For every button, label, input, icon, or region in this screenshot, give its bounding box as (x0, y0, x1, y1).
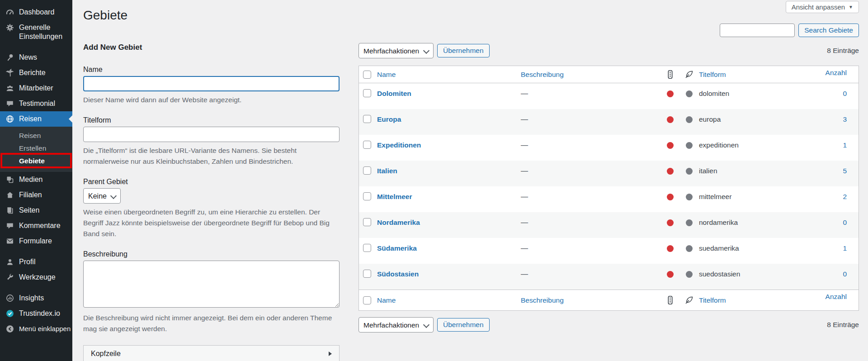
row-checkbox[interactable] (363, 244, 371, 252)
row-checkbox[interactable] (363, 192, 371, 200)
gebiet-description: — (521, 90, 661, 98)
admin-sidebar: Dashboard Generelle Einstellungen News B… (0, 0, 72, 361)
sidebar-item-filialen[interactable]: Filialen (0, 187, 72, 203)
row-checkbox[interactable] (363, 270, 371, 278)
gebiet-count-link[interactable]: 5 (843, 167, 859, 175)
status-dot-red (667, 142, 674, 149)
column-header-name[interactable]: Name (377, 71, 521, 79)
search-button[interactable]: Search Gebiete (798, 24, 859, 37)
column-footer-name[interactable]: Name (377, 296, 521, 304)
gebiet-name-link[interactable]: Dolomiten (377, 90, 521, 98)
sidebar-item-werkzeuge[interactable]: Werkzeuge (0, 270, 72, 285)
name-label: Name (83, 66, 340, 74)
gebiet-slug: europa (699, 115, 813, 124)
select-all-checkbox[interactable] (363, 71, 371, 79)
table-row: Europa — europa 3 (359, 109, 859, 135)
sidebar-item-testimonial[interactable]: Testimonial (0, 96, 72, 111)
sidebar-item-formulare[interactable]: Formulare (0, 233, 72, 249)
gebiet-count-link[interactable]: 3 (843, 115, 859, 124)
feather-icon (684, 70, 693, 79)
items-count: 8 Einträge (827, 321, 859, 329)
screen-options-button[interactable]: Ansicht anpassen ▼ (786, 1, 859, 13)
gebiet-name-link[interactable]: Südostasien (377, 270, 521, 278)
apply-button[interactable]: Übernehmen (437, 44, 490, 57)
slug-field[interactable] (83, 127, 340, 142)
sidebar-item-trustindex[interactable]: Trustindex.io (0, 306, 72, 321)
row-checkbox[interactable] (363, 166, 371, 175)
gebiet-slug: nordamerika (699, 218, 813, 227)
column-footer-anzahl[interactable]: Anzahl (826, 290, 859, 301)
table-footer-row: Name Beschreibung Titelform Anzahl (359, 290, 859, 310)
add-new-gebiet-form: Add New Gebiet Name Dieser Name wird dan… (83, 43, 340, 361)
row-checkbox[interactable] (363, 89, 371, 97)
gebiet-name-link[interactable]: Mittelmeer (377, 193, 521, 201)
gebiet-count-link[interactable]: 0 (843, 270, 859, 278)
row-checkbox[interactable] (363, 141, 371, 149)
collapse-menu-button[interactable]: Menü einklappen (0, 321, 72, 337)
column-header-titelform[interactable]: Titelform (699, 71, 813, 79)
gebiet-name-link[interactable]: Italien (377, 167, 521, 175)
description-field[interactable] (83, 261, 340, 308)
comment-bubble-icon (5, 222, 14, 230)
table-row: Expeditionen — expeditionen 1 (359, 135, 859, 161)
sidebar-item-medien[interactable]: Medien (0, 172, 72, 187)
column-footer-titelform[interactable]: Titelform (699, 296, 813, 304)
column-header-anzahl[interactable]: Anzahl (826, 66, 859, 77)
table-row: Italien — italien 5 (359, 161, 859, 186)
sidebar-item-label: Medien (19, 175, 42, 184)
select-all-checkbox[interactable] (363, 296, 371, 304)
gebiet-name-link[interactable]: Südamerika (377, 244, 521, 252)
parent-help: Weise einen übergeordneten Begriff zu, u… (83, 207, 340, 239)
sidebar-item-profil[interactable]: Profil (0, 254, 72, 270)
gebiet-description: — (521, 115, 661, 124)
gebiet-name-link[interactable]: Europa (377, 115, 521, 124)
gebiet-count-link[interactable]: 0 (843, 218, 859, 227)
sidebar-item-label: Testimonial (19, 99, 55, 108)
name-help: Dieser Name wird dann auf der Website an… (83, 95, 340, 105)
gebiet-count-link[interactable]: 2 (843, 193, 859, 201)
globe-icon (5, 115, 14, 123)
parent-select[interactable]: Keine (83, 188, 121, 204)
house-icon (5, 191, 14, 199)
chevron-down-icon: ▼ (849, 5, 853, 10)
row-checkbox[interactable] (363, 115, 371, 123)
submenu-item-gebiete[interactable]: Gebiete (0, 155, 72, 167)
form-heading: Add New Gebiet (83, 43, 340, 52)
table-row: Südamerika — suedamerika 1 (359, 238, 859, 264)
gebiet-name-link[interactable]: Nordamerika (377, 218, 521, 227)
sidebar-item-insights[interactable]: Insights (0, 290, 72, 306)
sidebar-item-news[interactable]: News (0, 50, 72, 65)
sidebar-item-dashboard[interactable]: Dashboard (0, 5, 72, 20)
sidebar-item-generelle-einstellungen[interactable]: Generelle Einstellungen (0, 20, 72, 44)
name-field[interactable] (83, 76, 340, 91)
gebiet-description: — (521, 167, 661, 175)
status-dot-red (667, 168, 674, 175)
gebiet-slug: expeditionen (699, 141, 813, 149)
sidebar-item-label: Filialen (19, 190, 42, 200)
table-row: Nordamerika — nordamerika 0 (359, 212, 859, 238)
sidebar-item-seiten[interactable]: Seiten (0, 203, 72, 218)
gebiet-count-link[interactable]: 0 (843, 90, 859, 98)
sidebar-item-berichte[interactable]: Berichte (0, 65, 72, 81)
apply-button[interactable]: Übernehmen (437, 318, 490, 332)
sidebar-item-reisen[interactable]: Reisen (0, 111, 72, 127)
gebiet-slug: suedostasien (699, 270, 813, 278)
table-row: Südostasien — suedostasien 0 (359, 264, 859, 290)
gebiet-count-link[interactable]: 1 (843, 244, 859, 252)
bulk-actions-select[interactable]: Mehrfachaktionen (359, 317, 434, 332)
row-checkbox[interactable] (363, 218, 371, 226)
insights-chart-icon (5, 294, 14, 302)
sidebar-item-kommentare[interactable]: Kommentare (0, 218, 72, 233)
submenu-item-reisen[interactable]: Reisen (0, 129, 72, 142)
column-footer-beschreibung[interactable]: Beschreibung (521, 296, 661, 304)
bulk-actions-select[interactable]: Mehrfachaktionen (359, 43, 434, 58)
status-dot-gray (686, 90, 693, 97)
search-input[interactable] (720, 24, 795, 37)
submenu-item-erstellen[interactable]: Erstellen (0, 142, 72, 155)
gebiet-name-link[interactable]: Expeditionen (377, 141, 521, 149)
sidebar-item-mitarbeiter[interactable]: Mitarbeiter (0, 81, 72, 96)
kopfzeile-accordion[interactable]: Kopfzeile (83, 345, 340, 361)
gebiet-description: — (521, 193, 661, 201)
gebiet-count-link[interactable]: 1 (843, 141, 859, 149)
column-header-beschreibung[interactable]: Beschreibung (521, 71, 661, 79)
